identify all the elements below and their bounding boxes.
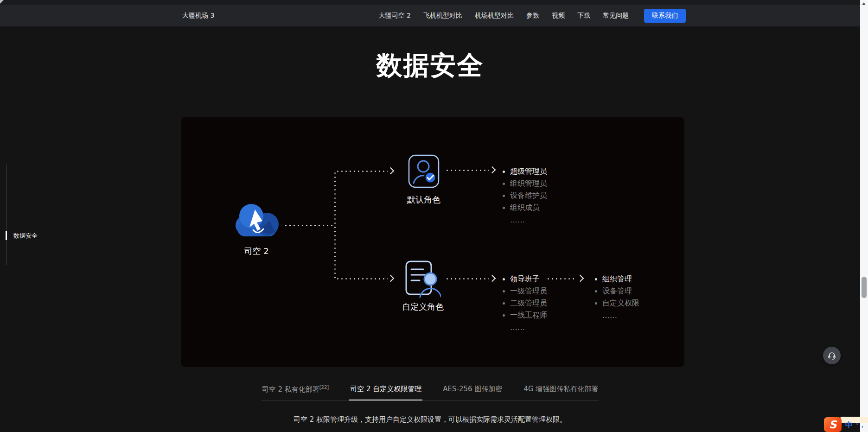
tab-flighthub2-custom-permissions[interactable]: 司空 2 自定义权限管理 — [349, 385, 422, 400]
scrollbar-thumb[interactable] — [862, 277, 867, 298]
nav-item-flighthub2[interactable]: 大疆司空 2 — [379, 12, 411, 20]
role-item-ellipsis: …… — [503, 214, 547, 226]
top-navbar: 大疆机场 3 大疆司空 2 飞机机型对比 机场机型对比 参数 视频 下载 常见问… — [0, 5, 868, 26]
side-nav-track — [6, 165, 7, 265]
document-user-icon — [405, 260, 441, 298]
scrollbar-up-arrow-icon[interactable] — [862, 2, 866, 5]
nav-item-videos[interactable]: 视频 — [552, 12, 565, 20]
dotted-connector — [284, 225, 335, 226]
bullet-icon — [595, 290, 597, 292]
role-item: 超级管理员 — [503, 165, 547, 178]
sogou-logo-icon[interactable]: S — [824, 417, 842, 432]
nav-item-faq[interactable]: 常见问题 — [603, 12, 629, 20]
dotted-connector — [546, 278, 577, 280]
tab-aes256-encryption[interactable]: AES-256 图传加密 — [442, 385, 503, 400]
nav-item-dock-compare[interactable]: 机场机型对比 — [475, 12, 514, 20]
bullet-icon — [503, 302, 505, 305]
window-top-strip — [0, 0, 868, 5]
dotted-connector — [336, 171, 388, 172]
default-roles-list: 超级管理员 组织管理员 设备维护员 组织成员 …… — [503, 165, 547, 226]
footnote-ref: [22] — [319, 385, 329, 390]
tab-4g-enhanced-private-deployment[interactable]: 4G 增强图传私有化部署 — [523, 385, 599, 400]
permission-item-ellipsis: …… — [595, 309, 639, 321]
bullet-icon — [503, 278, 505, 280]
permission-item: 自定义权限 — [595, 297, 639, 309]
ime-language-indicator[interactable]: 中 — [845, 420, 853, 430]
headset-icon — [827, 351, 836, 360]
dotted-connector — [334, 171, 336, 280]
bullet-icon — [503, 207, 505, 209]
vertical-scrollbar[interactable] — [860, 0, 868, 432]
support-float-button[interactable] — [823, 347, 841, 364]
custom-roles-list: 领导班子 一级管理员 二级管理员 一线工程师 …… — [503, 273, 547, 333]
role-item: 组织成员 — [503, 202, 547, 214]
role-item: 一级管理员 — [503, 285, 547, 297]
role-item: 设备维护员 — [503, 190, 547, 202]
feature-tabs: 司空 2 私有化部署[22] 司空 2 自定义权限管理 AES-256 图传加密… — [0, 385, 860, 400]
dotted-connector — [445, 278, 489, 280]
arrow-right-icon — [489, 275, 496, 282]
arrow-right-icon — [489, 166, 496, 174]
bullet-icon — [595, 302, 597, 305]
role-item-ellipsis: …… — [503, 321, 547, 333]
arrow-right-icon — [387, 275, 395, 282]
side-nav-item-data-security[interactable]: 数据安全 — [13, 232, 38, 240]
custom-role-label: 自定义角色 — [388, 301, 458, 312]
permission-item: 设备管理 — [595, 285, 639, 297]
contact-us-button[interactable]: 联系我们 — [644, 9, 686, 23]
user-check-icon — [408, 154, 440, 188]
dotted-connector — [336, 278, 388, 280]
default-role-label: 默认角色 — [391, 194, 456, 205]
bullet-icon — [595, 278, 597, 280]
bullet-icon — [503, 314, 505, 317]
permissions-list: 组织管理 设备管理 自定义权限 …… — [595, 273, 639, 321]
bullet-icon — [503, 195, 505, 197]
nav-item-specs[interactable]: 参数 — [526, 12, 539, 20]
role-item: 一线工程师 — [503, 309, 547, 321]
tab-flighthub2-private-deployment[interactable]: 司空 2 私有化部署[22] — [261, 385, 330, 400]
arrow-right-icon — [577, 275, 584, 282]
data-security-diagram-panel: 司空 2 默认角色 超级管理员 组织管理员 设备维护员 组织成员 …… 自定义角… — [181, 117, 684, 367]
nav-item-downloads[interactable]: 下载 — [577, 12, 590, 20]
cloud-cursor-icon — [233, 201, 280, 242]
source-node-label: 司空 2 — [229, 246, 284, 257]
bullet-icon — [503, 290, 505, 292]
dotted-connector — [445, 170, 489, 171]
role-item: 二级管理员 — [503, 297, 547, 309]
window-corner — [0, 0, 4, 4]
role-item: 组织管理员 — [503, 178, 547, 190]
ime-punctuation-indicator[interactable]: °， — [856, 421, 866, 429]
page-title: 数据安全 — [0, 48, 860, 83]
side-nav-active-indicator — [6, 231, 7, 240]
permission-item: 组织管理 — [595, 273, 639, 285]
bullet-icon — [503, 171, 505, 173]
role-item: 领导班子 — [503, 273, 547, 285]
nav-item-aircraft-compare[interactable]: 飞机机型对比 — [423, 12, 462, 20]
bullet-icon — [503, 183, 505, 185]
arrow-right-icon — [387, 167, 395, 175]
tab-description: 司空 2 权限管理升级，支持用户自定义权限设置，可以根据实际需求灵活配置管理权限… — [0, 415, 860, 424]
brand-link[interactable]: 大疆机场 3 — [182, 12, 214, 20]
